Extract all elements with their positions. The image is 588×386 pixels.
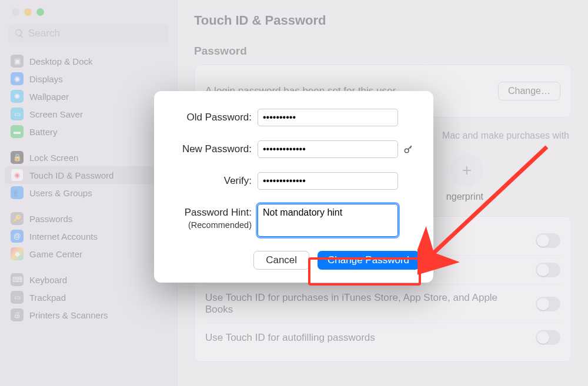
svg-point-0 — [405, 149, 409, 153]
verify-password-label: Verify: — [168, 172, 258, 187]
password-hint-label: Password Hint:(Recommended) — [168, 204, 258, 231]
change-password-submit-button[interactable]: Change Password — [318, 251, 419, 270]
old-password-field[interactable] — [258, 109, 398, 126]
cancel-button[interactable]: Cancel — [253, 251, 309, 270]
verify-password-field[interactable] — [258, 172, 398, 190]
password-hint-field[interactable]: Not mandatory hint — [258, 204, 398, 237]
old-password-label: Old Password: — [168, 109, 258, 123]
new-password-label: New Password: — [168, 140, 258, 155]
settings-window: Search ▣Desktop & Dock ◉Displays ✺Wallpa… — [0, 0, 588, 386]
new-password-field[interactable] — [258, 140, 398, 158]
key-icon[interactable] — [403, 143, 415, 155]
change-password-dialog: Old Password: New Password: Verify: Pass… — [154, 91, 433, 283]
